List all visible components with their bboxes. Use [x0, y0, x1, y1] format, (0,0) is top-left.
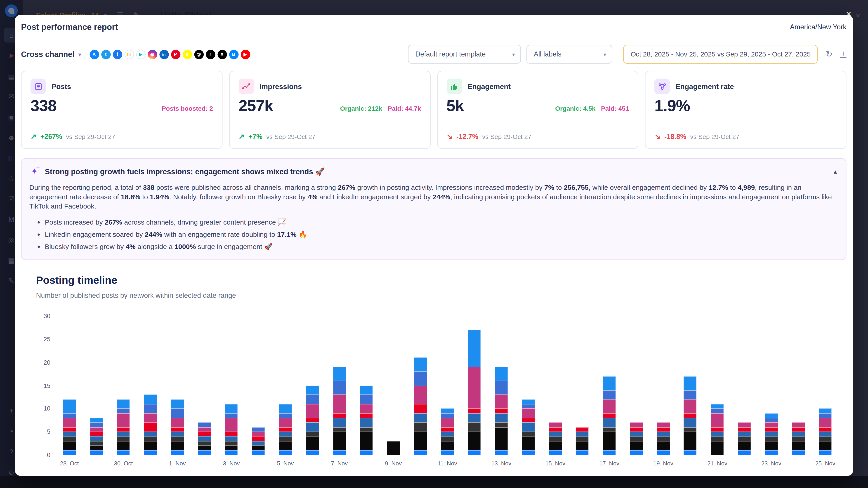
bar-segment-facebook[interactable]: [603, 390, 616, 399]
bar-segment-facebook[interactable]: [414, 371, 427, 385]
bar-segment-bluesky[interactable]: [414, 450, 427, 455]
bar-segment-bluesky[interactable]: [603, 450, 616, 455]
bar-segment-twitter[interactable]: [63, 399, 76, 413]
bar-segment-bluesky[interactable]: [522, 450, 535, 455]
bar-segment-tiktok[interactable]: [171, 441, 184, 450]
stacked-bar[interactable]: [792, 422, 804, 455]
bar-segment-pinterest[interactable]: [711, 427, 723, 432]
network-icon-threads[interactable]: @: [194, 50, 204, 59]
bar-segment-instagram[interactable]: [63, 418, 76, 427]
bar-segment-threads[interactable]: [360, 427, 373, 432]
bar-segment-tiktok[interactable]: [792, 441, 804, 450]
bar-segment-linkedin[interactable]: [171, 432, 184, 436]
bar-segment-instagram[interactable]: [765, 422, 778, 427]
bar-segment-threads[interactable]: [684, 427, 697, 432]
bar-segment-facebook[interactable]: [90, 422, 103, 427]
bar-segment-pinterest[interactable]: [306, 418, 319, 422]
bar-segment-pinterest[interactable]: [522, 418, 535, 422]
stacked-bar[interactable]: [117, 399, 130, 455]
bar-segment-instagram[interactable]: [252, 431, 265, 436]
bar-segment-instagram[interactable]: [495, 395, 508, 409]
bar-segment-pinterest[interactable]: [630, 427, 643, 432]
close-report-button[interactable]: ×: [846, 9, 851, 20]
bar-segment-linkedin[interactable]: [549, 432, 562, 436]
bar-segment-twitter[interactable]: [522, 399, 535, 404]
network-icon-pinterest[interactable]: P: [171, 50, 180, 59]
bar-segment-tiktok[interactable]: [522, 436, 535, 450]
bar-segment-tiktok[interactable]: [279, 441, 291, 450]
network-icon-tiktok[interactable]: ♪: [206, 50, 215, 59]
bar-segment-bluesky[interactable]: [225, 450, 238, 455]
stacked-bar[interactable]: [657, 422, 670, 455]
bar-segment-instagram[interactable]: [198, 427, 211, 432]
bar-segment-bluesky[interactable]: [441, 450, 454, 455]
bar-segment-bluesky[interactable]: [819, 450, 832, 455]
bar-segment-linkedin[interactable]: [657, 432, 670, 436]
bar-segment-facebook[interactable]: [765, 418, 778, 422]
bar-segment-bluesky[interactable]: [495, 450, 508, 455]
bar-segment-tiktok[interactable]: [306, 436, 319, 450]
bar-segment-facebook[interactable]: [198, 422, 211, 427]
bar-segment-instagram[interactable]: [333, 394, 346, 413]
bar-segment-pinterest[interactable]: [414, 404, 427, 413]
bar-segment-linkedin[interactable]: [90, 436, 103, 441]
bar-segment-bluesky[interactable]: [657, 450, 670, 455]
stacked-bar[interactable]: [144, 395, 157, 455]
bar-segment-threads[interactable]: [495, 422, 508, 427]
bar-segment-twitter[interactable]: [171, 399, 184, 409]
bar-segment-bluesky[interactable]: [738, 450, 751, 455]
bar-segment-instagram[interactable]: [657, 422, 670, 427]
bar-segment-threads[interactable]: [603, 427, 616, 432]
network-icon-twitter[interactable]: t: [101, 50, 111, 59]
bar-segment-tiktok[interactable]: [549, 441, 562, 450]
bar-segment-tiktok[interactable]: [765, 441, 778, 450]
bar-segment-threads[interactable]: [468, 422, 480, 432]
bar-segment-threads[interactable]: [117, 436, 130, 441]
bar-segment-bluesky[interactable]: [765, 450, 778, 455]
bar-segment-facebook[interactable]: [441, 413, 454, 418]
bar-segment-twitter[interactable]: [468, 330, 480, 367]
bar-segment-instagram[interactable]: [90, 427, 103, 432]
bar-segment-twitter[interactable]: [333, 367, 346, 381]
bar-segment-linkedin[interactable]: [711, 432, 723, 436]
bar-segment-tiktok[interactable]: [387, 441, 400, 455]
report-template-select[interactable]: Default report template ▾: [408, 45, 521, 64]
bar-segment-bluesky[interactable]: [144, 450, 157, 455]
bar-segment-tiktok[interactable]: [468, 431, 480, 450]
bar-segment-instagram[interactable]: [711, 413, 723, 427]
stacked-bar[interactable]: [306, 385, 319, 455]
labels-select[interactable]: All labels ▾: [526, 45, 612, 64]
bar-segment-pinterest[interactable]: [198, 431, 211, 436]
bar-segment-threads[interactable]: [414, 422, 427, 432]
bar-segment-twitter[interactable]: [360, 385, 373, 395]
bar-segment-pinterest[interactable]: [225, 431, 238, 436]
bar-segment-instagram[interactable]: [225, 418, 238, 431]
bar-segment-threads[interactable]: [63, 436, 76, 441]
bar-segment-pinterest[interactable]: [549, 427, 562, 432]
bar-segment-linkedin[interactable]: [306, 422, 319, 432]
bar-segment-pinterest[interactable]: [738, 427, 751, 432]
bar-segment-linkedin[interactable]: [360, 418, 373, 427]
bar-segment-linkedin[interactable]: [144, 432, 157, 436]
bar-segment-tiktok[interactable]: [414, 431, 427, 450]
bar-segment-twitter[interactable]: [144, 395, 157, 404]
bar-segment-threads[interactable]: [279, 436, 291, 441]
bar-segment-facebook[interactable]: [144, 404, 157, 413]
network-icon-x[interactable]: X: [217, 50, 227, 59]
bar-segment-tiktok[interactable]: [576, 441, 589, 450]
bar-segment-threads[interactable]: [333, 427, 346, 432]
bar-segment-threads[interactable]: [522, 432, 535, 436]
bar-segment-bluesky[interactable]: [90, 450, 103, 455]
bar-segment-instagram[interactable]: [549, 422, 562, 427]
bar-segment-twitter[interactable]: [684, 376, 697, 390]
stacked-bar[interactable]: [360, 385, 373, 455]
network-icon-facebook[interactable]: f: [113, 50, 122, 59]
stacked-bar[interactable]: [603, 376, 616, 455]
bar-segment-instagram[interactable]: [468, 367, 480, 409]
bar-segment-facebook[interactable]: [117, 409, 130, 413]
bar-segment-threads[interactable]: [90, 441, 103, 446]
bar-segment-tiktok[interactable]: [738, 441, 751, 450]
stacked-bar[interactable]: [738, 422, 751, 455]
stacked-bar[interactable]: [198, 422, 211, 455]
bar-segment-tiktok[interactable]: [90, 446, 103, 450]
